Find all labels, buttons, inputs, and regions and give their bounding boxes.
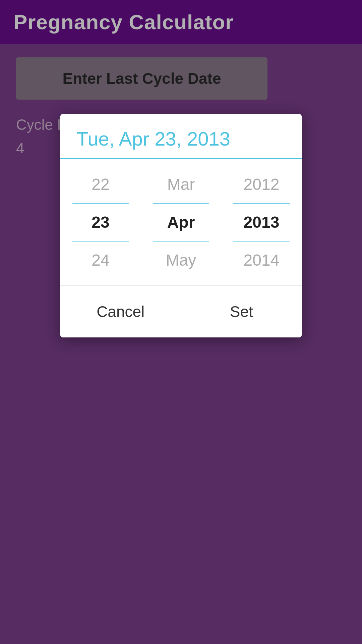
month-column: Mar Apr May: [141, 166, 221, 279]
cancel-button[interactable]: Cancel: [60, 286, 181, 337]
day-prev[interactable]: 22: [60, 166, 141, 203]
month-selected[interactable]: Apr: [141, 204, 221, 241]
year-column: 2012 2013 2014: [221, 166, 302, 279]
day-selected[interactable]: 23: [60, 204, 141, 241]
dialog-header: Tue, Apr 23, 2013: [60, 114, 302, 158]
set-button[interactable]: Set: [181, 286, 302, 337]
day-column: 22 23 24: [60, 166, 141, 279]
day-next[interactable]: 24: [60, 241, 141, 279]
date-picker-dialog: Tue, Apr 23, 2013 22 23 24 Mar Apr May: [60, 114, 302, 337]
month-next[interactable]: May: [141, 241, 221, 279]
year-next[interactable]: 2014: [221, 241, 302, 279]
month-prev[interactable]: Mar: [141, 166, 221, 203]
year-selected[interactable]: 2013: [221, 204, 302, 241]
year-prev[interactable]: 2012: [221, 166, 302, 203]
picker-columns: 22 23 24 Mar Apr May 2012 2013 2014: [60, 159, 302, 285]
dialog-overlay: Tue, Apr 23, 2013 22 23 24 Mar Apr May: [0, 0, 362, 644]
dialog-buttons: Cancel Set: [60, 285, 302, 337]
selected-date-display: Tue, Apr 23, 2013: [76, 127, 286, 158]
